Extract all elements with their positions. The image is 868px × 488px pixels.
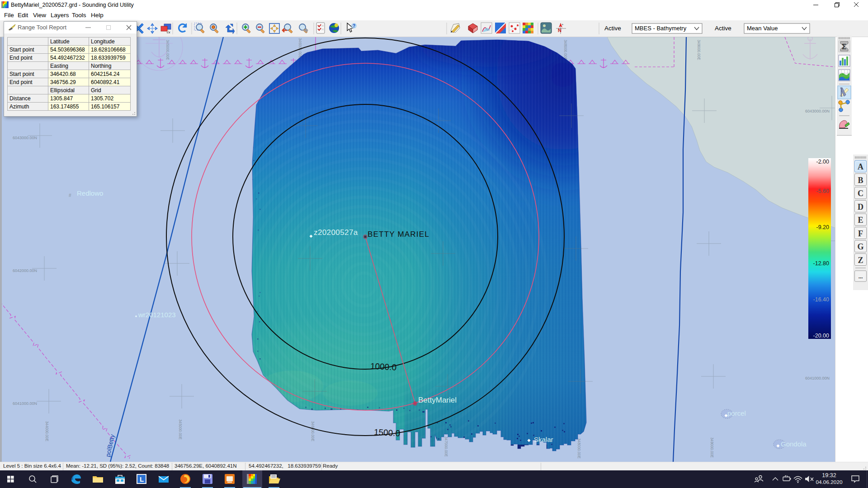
svg-text:6042000.00N: 6042000.00N [13,268,37,273]
svg-text:L: L [140,475,144,483]
svg-text:-20.00: -20.00 [813,333,829,339]
svg-text:347000.00E: 347000.00E [444,436,448,457]
svg-text:C: C [858,189,863,198]
svg-text:BettyMariel: BettyMariel [418,396,457,404]
svg-text:-2.00: -2.00 [816,159,830,165]
svg-text:Gondola: Gondola [781,440,807,448]
svg-text:#: # [69,193,71,198]
svg-text:N: N [558,28,561,33]
svg-text:04.06.2020: 04.06.2020 [816,479,842,485]
svg-text:G: G [857,242,863,251]
svg-text:MBES - Bathymetry: MBES - Bathymetry [635,25,687,32]
svg-text:Skalar: Skalar [534,436,553,443]
svg-text:z20200527a: z20200527a [314,228,358,237]
svg-text:Σ: Σ [842,42,846,51]
svg-text:Active: Active [715,25,731,32]
svg-text:-16.40: -16.40 [813,296,829,303]
svg-text:345000.00E: 345000.00E [165,40,170,60]
svg-text:√x: √x [166,30,170,34]
svg-text:E: E [858,216,863,225]
svg-text:6043000.00N: 6043000.00N [13,136,37,140]
svg-text:...: ... [859,273,863,280]
svg-text:Z: Z [858,256,863,265]
svg-text:Mean Value: Mean Value [747,25,778,32]
svg-text:19:32: 19:32 [822,472,836,479]
svg-text:1000.0: 1000.0 [370,361,396,372]
svg-text:348000.00E: 348000.00E [563,40,568,60]
svg-text:+: + [561,23,564,27]
svg-text:F: F [858,229,863,238]
svg-text:349000.00E: 349000.00E [697,40,701,60]
svg-text:348000.00E: 348000.00E [577,438,581,459]
svg-text:B: B [858,176,863,185]
svg-text:6041000.00N: 6041000.00N [805,376,830,380]
svg-text:1500.0: 1500.0 [373,427,400,438]
svg-text:D: D [858,202,863,211]
svg-text:A: A [858,162,863,171]
svg-text:344000.00E: 344000.00E [45,421,49,441]
svg-text:BETTY MARIEL: BETTY MARIEL [368,230,429,239]
svg-text:349000.00E: 349000.00E [710,437,714,458]
svg-text:?: ? [353,23,355,28]
svg-text:-9.20: -9.20 [816,224,830,230]
svg-text:porcel: porcel [727,409,746,417]
svg-text:Active: Active [604,25,621,32]
svg-text:346000.00E: 346000.00E [311,421,315,441]
svg-text:345000.00E: 345000.00E [178,419,183,440]
svg-text:6041000.00N: 6041000.00N [13,401,37,406]
svg-text:6043000.00N: 6043000.00N [805,109,830,113]
svg-text:wr20121023: wr20121023 [138,311,176,319]
svg-text:-12.80: -12.80 [813,260,829,267]
svg-text:Redlowo: Redlowo [77,189,103,197]
svg-text:-5.60: -5.60 [816,188,830,194]
